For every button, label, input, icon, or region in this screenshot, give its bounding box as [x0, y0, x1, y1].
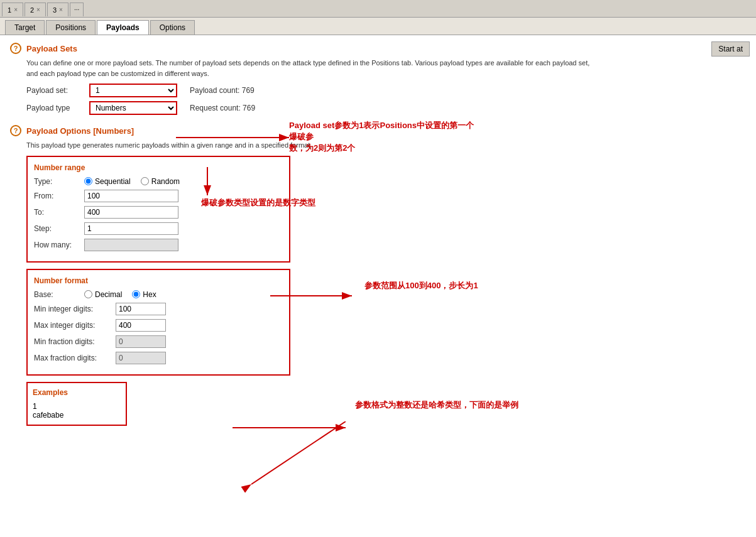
type-radio-group: Sequential Random — [84, 177, 180, 186]
close-tab-1-icon[interactable]: × — [14, 6, 18, 13]
close-tab-2-icon[interactable]: × — [36, 6, 40, 13]
close-tab-3-icon[interactable]: × — [59, 6, 63, 13]
type-row: Type: Sequential Random — [34, 177, 283, 186]
main-tabs: Target Positions Payloads Options — [0, 18, 756, 35]
payload-set-select[interactable]: 1 — [89, 84, 177, 97]
payload-type-label: Payload type — [26, 104, 89, 112]
base-radio-group: Decimal Hex — [84, 290, 156, 299]
tab-payloads[interactable]: Payloads — [97, 20, 149, 35]
example-2: cafebabe — [33, 411, 121, 420]
min-frac-row: Min fraction digits: — [34, 335, 283, 348]
max-int-input[interactable] — [116, 319, 166, 332]
max-int-row: Max integer digits: — [34, 319, 283, 332]
help-circle-payloadsets[interactable]: ? — [10, 43, 21, 54]
payload-type-row: Payload type Numbers Request count: 769 — [10, 101, 746, 115]
step-label: Step: — [34, 224, 84, 233]
tab-1[interactable]: 1 × — [2, 3, 23, 16]
min-int-input[interactable] — [116, 303, 166, 315]
payload-set-row: Payload set: 1 Payload count: 769 — [10, 84, 746, 97]
max-frac-input[interactable] — [116, 352, 166, 364]
number-format-title: Number format — [34, 276, 283, 285]
tab-options[interactable]: Options — [150, 20, 195, 35]
tab-2[interactable]: 2 × — [25, 3, 46, 16]
min-frac-label: Min fraction digits: — [34, 337, 116, 346]
payload-sets-section: ? Payload Sets You can define one or mor… — [10, 43, 746, 115]
to-input[interactable] — [84, 206, 178, 219]
number-range-title: Number range — [34, 163, 283, 172]
min-int-label: Min integer digits: — [34, 305, 116, 313]
min-int-row: Min integer digits: — [34, 303, 283, 315]
decimal-radio-label[interactable]: Decimal — [84, 290, 122, 299]
sequential-radio[interactable] — [84, 177, 92, 185]
step-input[interactable] — [84, 222, 178, 235]
tab-positions[interactable]: Positions — [46, 20, 96, 35]
page-wrapper: 1 × 2 × 3 × ... Target Positions Payload… — [0, 0, 756, 537]
svg-line-9 — [251, 421, 346, 484]
tab-more[interactable]: ... — [70, 3, 84, 16]
number-format-box: Number format Base: Decimal Hex — [26, 269, 290, 376]
hex-radio-label[interactable]: Hex — [132, 290, 156, 299]
how-many-input[interactable] — [84, 239, 178, 251]
to-label: To: — [34, 208, 84, 217]
min-frac-input[interactable] — [116, 335, 166, 348]
from-input[interactable] — [84, 190, 178, 202]
how-many-label: How many: — [34, 241, 84, 249]
help-circle-options[interactable]: ? — [10, 125, 21, 136]
main-content: Start at ? Payload Sets You can define o… — [0, 35, 756, 537]
sequential-radio-label[interactable]: Sequential — [84, 177, 131, 186]
examples-box: Examples 1 cafebabe — [26, 382, 127, 426]
arrow-4b-svg — [233, 421, 358, 497]
hex-radio[interactable] — [132, 290, 140, 298]
step-row: Step: — [34, 222, 283, 235]
payload-sets-title: Payload Sets — [26, 44, 77, 53]
tab-bar-top: 1 × 2 × 3 × ... — [0, 0, 756, 18]
random-radio[interactable] — [141, 177, 149, 185]
payload-options-header: ? Payload Options [Numbers] — [10, 125, 746, 136]
example-1: 1 — [33, 402, 121, 411]
to-row: To: — [34, 206, 283, 219]
base-label: Base: — [34, 290, 84, 299]
tab-3[interactable]: 3 × — [47, 3, 68, 16]
type-label: Type: — [34, 177, 84, 186]
tab-target[interactable]: Target — [5, 20, 45, 35]
payload-type-select[interactable]: Numbers — [89, 101, 177, 115]
how-many-row: How many: — [34, 239, 283, 251]
request-count-info: Request count: 769 — [190, 104, 255, 112]
payload-sets-desc1: You can define one or more payload sets.… — [10, 58, 746, 79]
payload-options-desc: This payload type generates numeric payl… — [10, 140, 746, 151]
max-frac-row: Max fraction digits: — [34, 352, 283, 364]
from-row: From: — [34, 190, 283, 202]
payload-sets-header: ? Payload Sets — [10, 43, 746, 54]
base-row: Base: Decimal Hex — [34, 290, 283, 299]
payload-options-title: Payload Options [Numbers] — [26, 126, 134, 136]
start-at-button[interactable]: Start at — [711, 41, 750, 57]
random-radio-label[interactable]: Random — [141, 177, 180, 186]
examples-title: Examples — [33, 388, 121, 397]
payload-set-label: Payload set: — [26, 86, 89, 95]
payload-count-info: Payload count: 769 — [190, 86, 255, 95]
max-frac-label: Max fraction digits: — [34, 354, 116, 362]
decimal-radio[interactable] — [84, 290, 92, 298]
from-label: From: — [34, 192, 84, 200]
number-range-box: Number range Type: Sequential Random — [26, 156, 290, 263]
max-int-label: Max integer digits: — [34, 321, 116, 330]
payload-options-section: ? Payload Options [Numbers] This payload… — [10, 125, 746, 426]
